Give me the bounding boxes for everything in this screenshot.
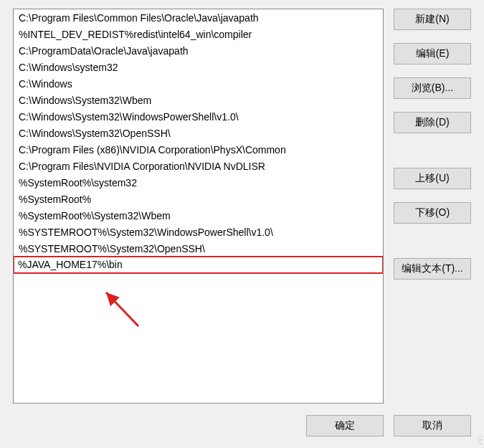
ok-button[interactable]: 确定 [306, 415, 384, 437]
spacer [394, 146, 471, 155]
list-item[interactable]: %JAVA_HOME17%\bin [13, 256, 384, 274]
list-item[interactable]: C:\Program Files\NVIDIA Corporation\NVID… [14, 158, 383, 174]
move-up-button[interactable]: 上移(U) [394, 168, 471, 189]
list-item[interactable]: C:\Windows\System32\WindowsPowerShell\v1… [14, 108, 383, 125]
edit-button[interactable]: 编辑(E) [394, 43, 471, 65]
list-item[interactable]: C:\Windows\system32 [14, 59, 383, 75]
list-item[interactable]: C:\Windows\System32\OpenSSH\ [14, 125, 383, 141]
list-item[interactable]: C:\Windows\System32\Wbem [14, 92, 383, 108]
path-listbox[interactable]: C:\Program Files\Common Files\Oracle\Jav… [13, 9, 384, 404]
list-item[interactable]: %SystemRoot%\system32 [14, 174, 383, 191]
list-item[interactable]: C:\Program Files\Common Files\Oracle\Jav… [14, 9, 383, 26]
list-item[interactable]: %SYSTEMROOT%\System32\OpenSSH\ [14, 240, 383, 257]
list-item[interactable]: %SystemRoot% [14, 191, 383, 207]
move-down-button[interactable]: 下移(O) [394, 202, 471, 224]
side-buttons: 新建(N) 编辑(E) 浏览(B)... 删除(D) 上移(U) 下移(O) 编… [394, 9, 471, 404]
list-item[interactable]: C:\Program Files (x86)\NVIDIA Corporatio… [14, 141, 383, 158]
new-button[interactable]: 新建(N) [394, 9, 471, 30]
list-item[interactable]: %INTEL_DEV_REDIST%redist\intel64_win\com… [14, 26, 383, 42]
list-item[interactable]: %SYSTEMROOT%\System32\WindowsPowerShell\… [14, 224, 383, 240]
delete-button[interactable]: 删除(D) [394, 112, 471, 133]
resize-grip-icon[interactable]: ∴∴ [473, 437, 483, 447]
list-item[interactable]: %SystemRoot%\System32\Wbem [14, 207, 383, 224]
list-item[interactable]: C:\ProgramData\Oracle\Java\javapath [14, 42, 383, 59]
cancel-button[interactable]: 取消 [394, 415, 471, 437]
main-panel: C:\Program Files\Common Files\Oracle\Jav… [13, 9, 471, 404]
spacer [394, 237, 471, 245]
dialog-buttons: 确定 取消 [306, 415, 471, 437]
list-item[interactable]: C:\Windows [14, 75, 383, 92]
browse-button[interactable]: 浏览(B)... [394, 77, 471, 99]
edit-text-button[interactable]: 编辑文本(T)... [394, 258, 471, 280]
